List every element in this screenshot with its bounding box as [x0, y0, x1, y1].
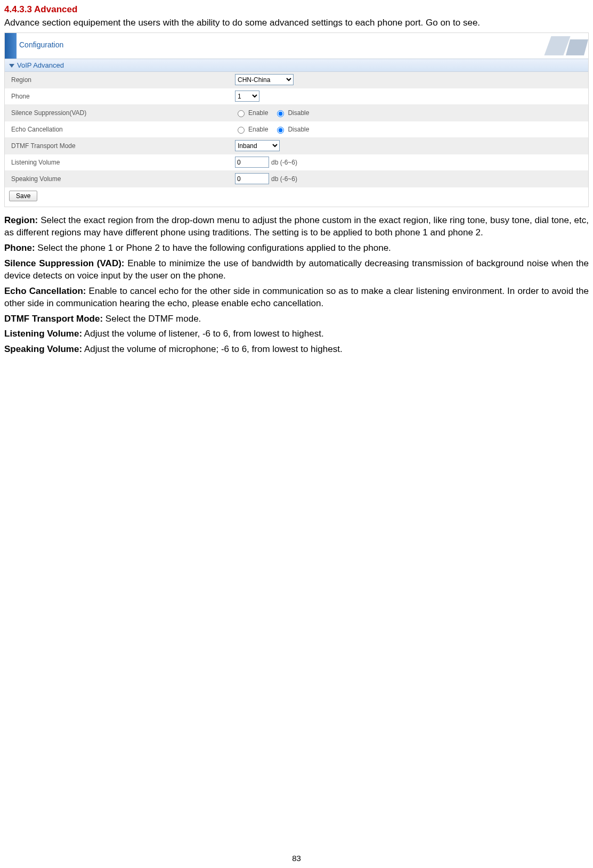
- row-echo: Echo Cancellation Enable Disable: [5, 121, 588, 138]
- desc-vad: Silence Suppression (VAD): Enable to min…: [4, 258, 589, 282]
- lvol-suffix: db (-6~6): [271, 159, 297, 166]
- vad-disable-label: Disable: [288, 109, 309, 117]
- header-decoration: [524, 33, 588, 59]
- panel-title: Configuration: [19, 40, 63, 49]
- desc-region: Region: Select the exact region from the…: [4, 215, 589, 239]
- desc-phone: Phone: Select the phone 1 or Phone 2 to …: [4, 242, 589, 255]
- configuration-panel: Configuration VoIP Advanced Region CHN-C…: [4, 32, 589, 207]
- desc-dtmf: DTMF Transport Mode: Select the DTMF mod…: [4, 313, 589, 325]
- label-lvol: Listening Volume: [5, 159, 235, 166]
- section-heading: 4.4.3.3 Advanced: [4, 4, 589, 15]
- desc-svol: Speaking Volume: Adjust the volume of mi…: [4, 343, 589, 356]
- echo-disable-radio[interactable]: [277, 127, 284, 134]
- row-vad: Silence Suppression(VAD) Enable Disable: [5, 105, 588, 121]
- label-phone: Phone: [5, 93, 235, 100]
- label-echo: Echo Cancellation: [5, 126, 235, 133]
- intro-text: Advance section equipement the users wit…: [4, 17, 589, 29]
- label-region: Region: [5, 76, 235, 84]
- section-band[interactable]: VoIP Advanced: [5, 59, 588, 72]
- desc-echo: Echo Cancellation: Enable to cancel echo…: [4, 285, 589, 310]
- dtmf-select[interactable]: Inband: [235, 140, 280, 151]
- section-title: VoIP Advanced: [17, 61, 64, 69]
- echo-enable-radio[interactable]: [238, 127, 245, 134]
- save-row: Save: [5, 187, 588, 207]
- row-dtmf: DTMF Transport Mode Inband: [5, 138, 588, 154]
- save-button[interactable]: Save: [9, 191, 37, 201]
- label-dtmf: DTMF Transport Mode: [5, 142, 235, 150]
- vad-disable-radio[interactable]: [277, 110, 284, 117]
- region-select[interactable]: CHN-China: [235, 74, 294, 85]
- row-phone: Phone 1: [5, 88, 588, 105]
- desc-lvol: Listening Volume: Adjust the volume of l…: [4, 328, 589, 340]
- speaking-volume-input[interactable]: [235, 173, 269, 184]
- label-svol: Speaking Volume: [5, 175, 235, 183]
- row-region: Region CHN-China: [5, 72, 588, 88]
- echo-disable-label: Disable: [288, 126, 309, 133]
- vad-enable-label: Enable: [248, 109, 268, 117]
- row-speaking-volume: Speaking Volume db (-6~6): [5, 171, 588, 187]
- header-accent: [5, 33, 17, 59]
- echo-enable-label: Enable: [248, 126, 268, 133]
- listening-volume-input[interactable]: [235, 157, 269, 168]
- label-vad: Silence Suppression(VAD): [5, 109, 235, 117]
- row-listening-volume: Listening Volume db (-6~6): [5, 154, 588, 171]
- chevron-down-icon: [9, 64, 14, 68]
- phone-select[interactable]: 1: [235, 91, 259, 102]
- svol-suffix: db (-6~6): [271, 175, 297, 183]
- vad-enable-radio[interactable]: [238, 110, 245, 117]
- panel-header: Configuration: [5, 33, 588, 59]
